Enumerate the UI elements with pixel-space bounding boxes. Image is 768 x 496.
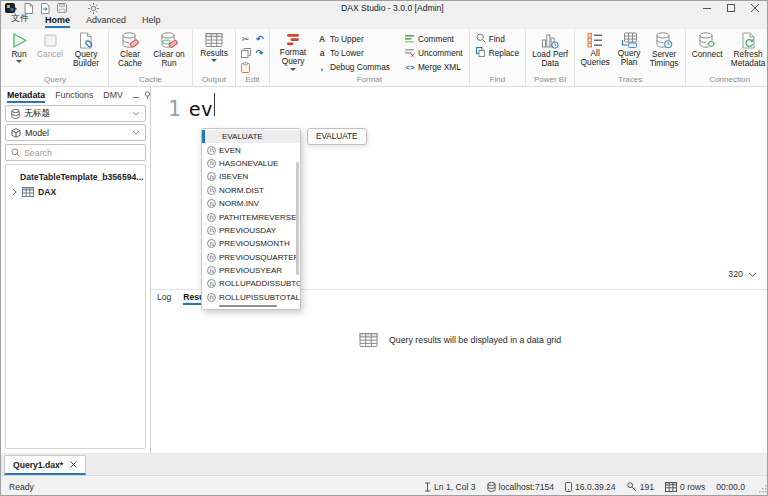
group-label-traces: Traces — [578, 74, 682, 86]
theme-icon[interactable] — [87, 3, 99, 14]
autocomplete-item[interactable]: fxPREVIOUSDAY — [202, 224, 300, 237]
ribbon-group-edit: ✂ ↶ ↷ Edit — [236, 29, 270, 86]
to-lower-icon: a — [317, 48, 327, 58]
autocomplete-item[interactable]: fxPREVIOUSYEAR — [202, 264, 300, 277]
paste-button[interactable] — [239, 61, 252, 73]
group-label-find: Find — [473, 74, 522, 86]
metadata-tree: DateTableTemplate_b356594... DAX — [5, 164, 146, 449]
query-editor[interactable]: 1 ev EVALUATE fxEVEN fxHASONEVALUE fxISE… — [151, 87, 768, 289]
redo-button[interactable]: ↷ — [253, 47, 266, 59]
editor-width-indicator[interactable]: 320 — [728, 269, 757, 279]
debug-commas-button[interactable]: ,Debug Commas — [314, 61, 393, 73]
uncomment-button[interactable]: Uncomment — [402, 47, 466, 59]
open-file-icon[interactable] — [39, 3, 51, 14]
save-icon[interactable] — [56, 3, 68, 14]
refresh-metadata-button[interactable]: Refresh Metadata — [726, 30, 768, 74]
close-tab-icon[interactable] — [70, 461, 77, 468]
all-queries-icon — [587, 32, 603, 48]
intellisense-tooltip: EVALUATE — [307, 128, 367, 145]
run-button[interactable]: Run — [5, 30, 33, 74]
to-lower-button[interactable]: aTo Lower — [314, 47, 393, 59]
clear-on-run-button[interactable]: Clear on Run — [149, 30, 189, 74]
expand-chevron-icon[interactable] — [12, 188, 18, 196]
close-icon[interactable] — [743, 1, 767, 15]
copy-button[interactable] — [239, 47, 252, 59]
ribbon: Run Cancel Query Builder Query Clear Cac… — [1, 29, 767, 87]
autocomplete-item-selected[interactable]: EVALUATE — [202, 130, 300, 143]
tab-home[interactable]: Home — [45, 15, 70, 28]
cursor-position: Ln 1, Col 3 — [424, 482, 476, 492]
function-icon: fx — [207, 293, 216, 302]
autocomplete-hscroll-grip[interactable] — [219, 305, 277, 307]
tab-metadata[interactable]: Metadata — [7, 90, 45, 103]
chevron-down-icon — [132, 111, 140, 116]
model-selector[interactable]: Model — [5, 124, 146, 141]
all-queries-button[interactable]: All Queries — [578, 30, 612, 74]
results-output-button[interactable]: Results — [196, 30, 232, 74]
autocomplete-scrollbar[interactable] — [296, 162, 299, 275]
editor-line: 1 ev — [168, 93, 215, 121]
autocomplete-item[interactable]: fxPREVIOUSQUARTER — [202, 251, 300, 264]
tab-dmv[interactable]: DMV — [103, 90, 123, 103]
autocomplete-item[interactable]: fxPREVIOUSMONTH — [202, 237, 300, 250]
autocomplete-item[interactable]: fxNORM.DIST — [202, 184, 300, 197]
tree-item-dax[interactable]: DAX — [8, 184, 143, 199]
tab-file[interactable]: 文件 — [11, 12, 29, 28]
load-perf-data-button[interactable]: Load Perf Data — [529, 30, 571, 74]
status-bar: Ready Ln 1, Col 3 localhost:7154 16.0.39… — [1, 475, 768, 496]
query-plan-button[interactable]: Query Plan — [613, 30, 645, 74]
pin-pane-icon[interactable] — [144, 91, 151, 101]
tab-help[interactable]: Help — [142, 15, 161, 28]
minimize-icon[interactable] — [695, 1, 719, 15]
replace-button[interactable]: Replace — [473, 47, 522, 59]
autocomplete-item[interactable]: fxISEVEN — [202, 170, 300, 183]
editor-text: ev — [189, 97, 213, 121]
tab-advanced[interactable]: Advanced — [86, 15, 126, 28]
cancel-button[interactable]: Cancel — [34, 30, 66, 74]
database-selector[interactable]: 无标题 — [5, 105, 146, 122]
debug-commas-icon: , — [317, 62, 327, 72]
autocomplete-item[interactable]: fxPATHITEMREVERSE — [202, 210, 300, 223]
server-timings-button[interactable]: Server Timings — [646, 30, 682, 74]
resize-grip[interactable] — [758, 484, 767, 495]
connect-button[interactable]: Connect — [689, 30, 725, 74]
query-builder-button[interactable]: Query Builder — [67, 30, 105, 74]
clear-cache-icon — [121, 32, 139, 49]
to-upper-button[interactable]: ATo Upper — [314, 33, 393, 45]
ribbon-group-power-bi: Load Perf Data Power BI — [526, 29, 575, 86]
merge-xml-button[interactable]: <>Merge XML — [402, 61, 466, 73]
ribbon-group-find: Find Replace Find — [470, 29, 526, 86]
clear-cache-button[interactable]: Clear Cache — [112, 30, 148, 74]
results-empty-state: Query results will be displayed in a dat… — [151, 332, 768, 348]
autocomplete-item[interactable]: fxHASONEVALUE — [202, 157, 300, 170]
cut-icon: ✂ — [242, 34, 250, 44]
collapse-pane-icon[interactable] — [133, 91, 139, 101]
tab-log[interactable]: Log — [157, 292, 171, 305]
format-query-button[interactable]: Format Query — [273, 30, 313, 74]
ribbon-tab-bar: 文件 Home Advanced Help — [1, 15, 767, 29]
document-tab-query1[interactable]: Query1.dax* — [4, 455, 86, 475]
group-label-power-bi: Power BI — [529, 74, 571, 86]
database-icon — [487, 482, 496, 492]
find-button[interactable]: Find — [473, 33, 522, 45]
window-title: DAX Studio - 3.0.0 [Admin] — [341, 3, 444, 13]
metadata-search — [5, 144, 146, 161]
comment-button[interactable]: Comment — [402, 33, 466, 45]
load-perf-data-icon — [541, 32, 559, 49]
undo-button[interactable]: ↶ — [253, 33, 266, 45]
text-cursor — [214, 93, 216, 116]
search-input[interactable] — [24, 148, 134, 158]
autocomplete-item[interactable]: fxEVEN — [202, 143, 300, 156]
autocomplete-item[interactable]: fxROLLUPISSUBTOTAL — [202, 291, 300, 304]
tree-item-datetabletemplate[interactable]: DateTableTemplate_b356594... — [8, 169, 143, 184]
autocomplete-item[interactable]: fxNORM.INV — [202, 197, 300, 210]
dax-studio-window: DAX Studio - 3.0.0 [Admin] 文件 Home Advan… — [0, 0, 768, 496]
document-tab-strip: Query1.dax* — [1, 453, 768, 475]
status-text: Ready — [9, 482, 34, 492]
autocomplete-item[interactable]: fxROLLUPADDISSUBTOTAL — [202, 277, 300, 290]
chevron-down-icon — [748, 272, 757, 277]
format-query-dropdown-caret — [290, 68, 296, 71]
cut-button[interactable]: ✂ — [239, 33, 252, 45]
maximize-icon[interactable] — [719, 1, 743, 15]
tab-functions[interactable]: Functions — [55, 90, 93, 103]
